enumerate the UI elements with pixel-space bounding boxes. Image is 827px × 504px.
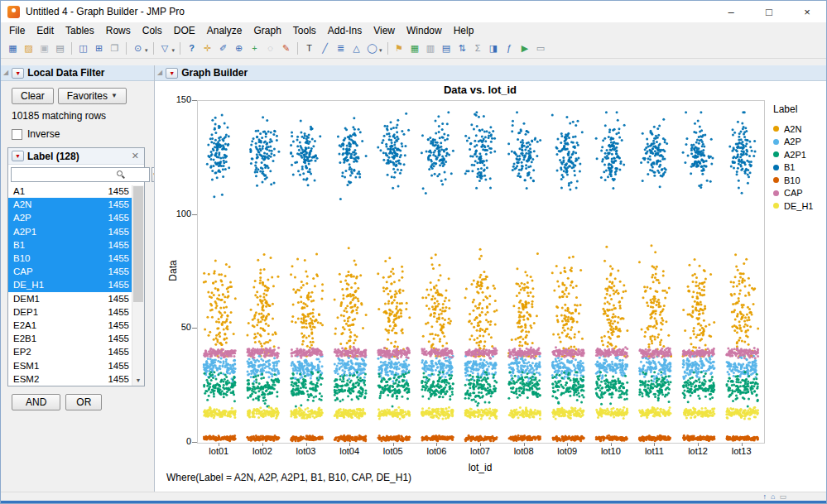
oval-tool-icon-dropdown[interactable]: ▾ — [379, 47, 382, 54]
clear-button[interactable]: Clear — [12, 88, 54, 104]
print-icon[interactable]: ▤ — [53, 41, 67, 55]
legend-label: A2P — [784, 137, 801, 146]
menu-item-doe[interactable]: DOE — [168, 23, 201, 38]
menu-item-file[interactable]: File — [3, 23, 31, 38]
filter-list-item-a2p1[interactable]: A2P11455 — [8, 225, 132, 238]
data-view-icon[interactable]: ▥ — [424, 41, 438, 55]
collapse-triangle-icon[interactable]: ◢ — [157, 70, 162, 76]
menu-item-view[interactable]: View — [368, 23, 401, 38]
y-tick-mark — [192, 100, 197, 101]
menu-item-graph[interactable]: Graph — [248, 23, 286, 38]
x-tick-label: lot01 — [197, 446, 240, 456]
filter-list-item-dep1[interactable]: DEP11455 — [8, 305, 132, 319]
clear-button-label: Clear — [21, 90, 45, 102]
or-button[interactable]: OR — [65, 394, 102, 410]
menu-item-tools[interactable]: Tools — [287, 23, 322, 38]
scrollbar-down-arrow[interactable]: ▼ — [132, 375, 144, 386]
legend-entry-a2p[interactable]: A2P — [773, 136, 813, 149]
line-tool-icon[interactable]: ╱ — [318, 41, 332, 55]
run-script-icon[interactable]: ▶ — [518, 41, 532, 55]
open-icon[interactable]: ▨ — [22, 41, 36, 55]
annotate-tool-icon[interactable]: T — [302, 41, 316, 55]
collapse-triangle-icon[interactable]: ◢ — [3, 70, 8, 76]
legend-entry-a2p1[interactable]: A2P1 — [773, 148, 813, 161]
menu-item-cols[interactable]: Cols — [137, 23, 168, 38]
menu-item-analyze[interactable]: Analyze — [201, 23, 248, 38]
grid-icon[interactable]: ▦ — [408, 41, 422, 55]
oval-tool-icon[interactable]: ◯ — [365, 41, 379, 55]
polygon-tool-icon[interactable]: △ — [349, 41, 363, 55]
lasso-tool-icon[interactable]: ◌ — [263, 41, 277, 55]
window-list-icon[interactable]: ▭ — [534, 41, 548, 55]
summary-icon[interactable]: Σ — [471, 41, 485, 55]
filter-list-item-ep2[interactable]: EP21455 — [8, 345, 132, 358]
help-icon[interactable]: ? — [185, 41, 199, 55]
pencil-tool-icon[interactable]: ✎ — [279, 41, 293, 55]
legend-entry-a2n[interactable]: A2N — [773, 122, 813, 136]
y-tick-mark — [192, 442, 197, 443]
copy-icon[interactable]: ❐ — [108, 41, 122, 55]
magnifier-tool-icon[interactable]: ⊕ — [232, 41, 246, 55]
plot-canvas[interactable] — [197, 100, 765, 444]
list-red-triangle-menu[interactable]: ▼ — [12, 151, 24, 161]
search-icon[interactable]: ⊙ — [131, 41, 145, 55]
filter-list-item-esm1[interactable]: ESM11455 — [8, 358, 132, 372]
filter-list-item-e2b1[interactable]: E2B11455 — [8, 332, 132, 345]
dropdown-arrow-icon: ▼ — [111, 93, 118, 99]
filter-list-item-e2a1[interactable]: E2A11455 — [8, 319, 132, 332]
menu-item-window[interactable]: Window — [401, 23, 448, 38]
scrollbar-thumb[interactable] — [133, 186, 143, 302]
data-filter-icon[interactable]: ▽ — [158, 41, 172, 55]
home-window-icon[interactable]: ⌂ — [771, 493, 775, 501]
grabber-tool-icon[interactable]: ✛ — [200, 41, 214, 55]
close-icon[interactable]: ✕ — [132, 151, 141, 161]
inverse-checkbox[interactable] — [12, 129, 22, 140]
filter-list-item-esm2[interactable]: ESM21455 — [8, 372, 132, 386]
filter-item-label: DEM1 — [13, 294, 40, 304]
new-data-table-icon[interactable]: ▦ — [6, 41, 20, 55]
brush-tool-icon[interactable]: ✐ — [216, 41, 230, 55]
graph-red-triangle-menu[interactable]: ▼ — [166, 68, 178, 79]
filter-list-item-cap[interactable]: CAP1455 — [8, 265, 132, 278]
crosshair-tool-icon[interactable]: + — [248, 41, 262, 55]
save-icon[interactable]: ▣ — [37, 41, 51, 55]
close-button[interactable]: × — [788, 1, 826, 22]
journal-icon[interactable]: ◫ — [76, 41, 90, 55]
legend-entry-b10[interactable]: B10 — [773, 174, 813, 187]
formula-icon[interactable]: ƒ — [502, 41, 517, 55]
legend-entry-de_h1[interactable]: DE_H1 — [773, 199, 813, 213]
data-filter-icon-dropdown[interactable]: ▾ — [172, 47, 175, 54]
and-button[interactable]: AND — [12, 394, 60, 410]
sort-icon[interactable]: ⇅ — [455, 41, 469, 55]
filter-list-item-a2p[interactable]: A2P1455 — [8, 211, 132, 224]
filter-list-item-dem1[interactable]: DEM11455 — [8, 292, 132, 305]
filter-red-triangle-menu[interactable]: ▼ — [12, 68, 24, 79]
layout-icon[interactable]: ⊞ — [92, 41, 106, 55]
filter-list-item-b1[interactable]: B11455 — [8, 238, 132, 252]
search-icon-dropdown[interactable]: ▾ — [145, 47, 148, 54]
filter-list-item-a2n[interactable]: A2N1455 — [8, 198, 132, 211]
side-panel-icon[interactable]: ▭ — [779, 493, 786, 501]
minimize-button[interactable]: – — [712, 1, 750, 22]
column-info-icon[interactable]: ▤ — [440, 41, 454, 55]
favorites-button[interactable]: Favorites▼ — [58, 88, 127, 104]
list-tool-icon[interactable]: ≣ — [334, 41, 348, 55]
flag-icon[interactable]: ⚑ — [392, 41, 406, 55]
list-scrollbar[interactable]: ▼ — [132, 185, 144, 386]
legend-entry-cap[interactable]: CAP — [773, 187, 813, 200]
menu-item-add-ins[interactable]: Add-Ins — [322, 23, 368, 38]
filter-list-item-b10[interactable]: B101455 — [8, 252, 132, 265]
scroll-up-icon[interactable]: ↑ — [763, 493, 767, 501]
menu-item-help[interactable]: Help — [448, 23, 480, 38]
menu-item-tables[interactable]: Tables — [60, 23, 100, 38]
filter-item-label: DEP1 — [13, 307, 38, 317]
column-switcher-icon[interactable]: ◨ — [487, 41, 501, 55]
maximize-button[interactable]: □ — [750, 1, 788, 22]
filter-list-item-a1[interactable]: A11455 — [8, 185, 132, 198]
menu-item-edit[interactable]: Edit — [31, 23, 60, 38]
legend-label: A2N — [784, 124, 801, 134]
legend-entry-b1[interactable]: B1 — [773, 161, 813, 175]
search-input[interactable] — [11, 167, 150, 182]
menu-item-rows[interactable]: Rows — [100, 23, 137, 38]
filter-list-item-de_h1[interactable]: DE_H11455 — [8, 278, 132, 291]
